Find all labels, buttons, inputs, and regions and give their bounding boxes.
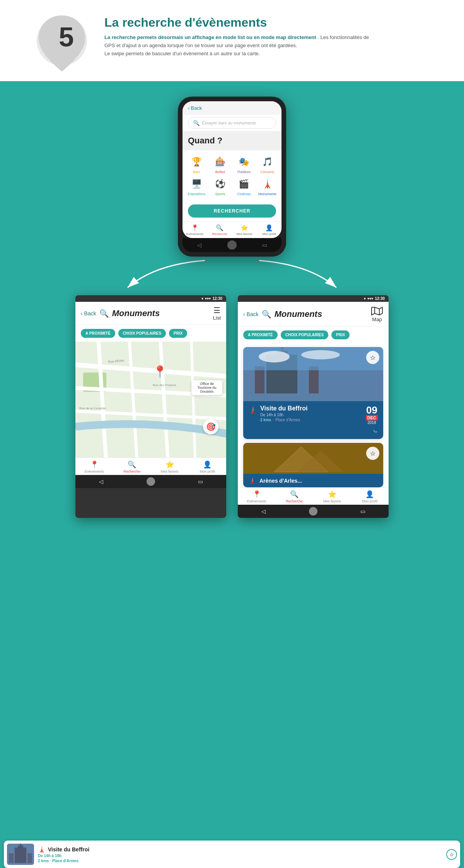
teal-section: ‹ Back 🔍 Essayer bars ou monuments Quand… — [0, 81, 464, 868]
left-title: Monuments — [112, 308, 210, 318]
right-android-recents[interactable]: ▭ — [357, 507, 369, 515]
theatres-icon: 🎭 — [237, 155, 251, 169]
category-boites[interactable]: 🎰 Boîtes — [210, 155, 230, 174]
category-expositions[interactable]: 🖥️ Expositions — [186, 177, 207, 196]
expositions-icon: 🖥️ — [190, 177, 204, 191]
expositions-label: Expositions — [188, 192, 205, 196]
cinemas-label: Cinémas — [237, 192, 251, 196]
right-android-back[interactable]: ◁ — [258, 507, 269, 515]
header-title: La recherche d'évènements — [104, 15, 375, 30]
left-nav-recherche[interactable]: 🔍 Recherche — [113, 460, 151, 473]
monument-pin-icon: 🗼 — [249, 406, 257, 414]
main-phone-inner: ‹ Back 🔍 Essayer bars ou monuments Quand… — [183, 101, 281, 238]
category-bars[interactable]: 🏆 Bars — [186, 155, 207, 174]
right-filter-row: A PROXIMITÉ CHOIX POPULAIRES PRIX — [238, 327, 389, 343]
recherche-label: Recherche — [212, 232, 227, 236]
left-profil-icon: 👤 — [203, 460, 212, 469]
category-monuments[interactable]: 🗼 Monuments — [257, 177, 278, 196]
filter-choix[interactable]: CHOIX POPULAIRES — [118, 329, 166, 338]
map-label: Map — [372, 317, 382, 322]
right-nav-recherche[interactable]: 🔍 Recherche — [276, 490, 314, 503]
beffroi-date-num: 09 — [366, 405, 378, 415]
right-android-home[interactable] — [309, 507, 317, 516]
left-map-area: Rue d'Enfer Rue de la Comédie Rue des Fo… — [75, 342, 226, 458]
header-description: La recherche permets désormais un affich… — [104, 34, 375, 58]
main-back-button[interactable]: ‹ Back — [188, 105, 202, 111]
second-event-title: Arènes d'Arles... — [259, 478, 378, 484]
right-fav-button-2[interactable]: ☆ — [366, 447, 379, 460]
svg-rect-37 — [243, 443, 383, 474]
nav-profil[interactable]: 👤 Mon profil — [257, 224, 281, 236]
bars-label: Bars — [193, 170, 200, 174]
left-android-home[interactable] — [147, 477, 155, 486]
right-back-label: Back — [247, 311, 259, 317]
left-search-icon: 🔍 — [99, 309, 109, 318]
rechercher-button[interactable]: RECHERCHER — [188, 204, 276, 218]
category-grid: 🏆 Bars 🎰 Boîtes 🎭 Théâtres 🎵 Concerts — [183, 150, 281, 201]
android-home-btn[interactable] — [227, 240, 237, 250]
left-time: 12:30 — [212, 296, 222, 301]
favoris-icon: ⭐ — [241, 224, 248, 231]
second-event-body: 🗼 Arènes d'Arles... — [243, 474, 383, 487]
nav-evenements[interactable]: 📍 Evènements — [183, 224, 207, 236]
main-phone: ‹ Back 🔍 Essayer bars ou monuments Quand… — [178, 97, 286, 257]
right-event-card-1[interactable]: ☆ 🗼 Visite du Beffroi De 14h à 18h 2 kms… — [243, 347, 383, 439]
right-back-button[interactable]: ‹ Back — [243, 311, 259, 317]
right-filter-choix[interactable]: CHOIX POPULAIRES — [281, 330, 328, 339]
boites-label: Boîtes — [215, 170, 225, 174]
left-phone-screen: ‹ Back 🔍 Monuments ☰ List A PROXIMITÉ CH… — [75, 302, 226, 475]
main-search-input[interactable]: 🔍 Essayer bars ou monuments — [188, 117, 276, 129]
beffroi-date-box: 09 DEC 2018 — [366, 405, 378, 425]
right-event-card-2[interactable]: ☆ 🗼 Arènes d'Arles... — [243, 443, 383, 487]
left-back-button[interactable]: ‹ Back — [81, 310, 96, 317]
left-filter-row: A PROXIMITÉ CHOIX POPULAIRES PRIX — [75, 325, 226, 342]
bottom-phones-row: ▾ ▾▾▾ 12:30 ‹ Back 🔍 Monuments ☰ List — [75, 295, 389, 518]
nav-recherche[interactable]: 🔍 Recherche — [207, 224, 232, 236]
map-toggle[interactable]: Map — [371, 306, 383, 322]
left-android-recents[interactable]: ▭ — [195, 478, 206, 485]
map-location-pin: 📍 — [153, 365, 167, 378]
android-recents-btn[interactable]: ▭ — [259, 241, 270, 249]
left-android-back[interactable]: ◁ — [95, 478, 107, 485]
share-icon[interactable]: ⤷ — [373, 428, 378, 435]
bars-icon: 🏆 — [190, 155, 204, 169]
beffroi-event-img-svg — [243, 347, 383, 401]
left-nav-evenements[interactable]: 📍 Evènements — [75, 460, 113, 473]
concerts-label: Concerts — [260, 170, 274, 174]
right-filter-prix[interactable]: PRIX — [331, 330, 350, 339]
right-nav-favoris[interactable]: ⭐ Mes favoris — [313, 490, 351, 503]
right-title: Monuments — [275, 309, 368, 319]
left-back-chevron: ‹ — [81, 310, 83, 317]
left-nav-favoris[interactable]: ⭐ Mes favoris — [151, 460, 189, 473]
main-bottom-nav: 📍 Evènements 🔍 Recherche ⭐ Mes favoris 👤… — [183, 221, 281, 238]
right-fav-button-1[interactable]: ☆ — [366, 351, 379, 364]
category-sports[interactable]: ⚽ Sports — [210, 177, 230, 196]
list-toggle[interactable]: ☰ List — [213, 306, 221, 321]
category-concerts[interactable]: 🎵 Concerts — [257, 155, 278, 174]
monuments-icon: 🗼 — [261, 177, 275, 191]
recherche-icon: 🔍 — [216, 224, 223, 231]
quand-title: Quand ? — [188, 136, 276, 146]
sports-label: Sports — [215, 192, 225, 196]
right-signal-icon: ▾▾▾ — [367, 296, 373, 301]
category-theatres[interactable]: 🎭 Théâtres — [234, 155, 254, 174]
nav-favoris[interactable]: ⭐ Mes favoris — [232, 224, 257, 236]
header-text: La recherche d'évènements La recherche p… — [104, 12, 375, 58]
left-nav-profil[interactable]: 👤 Mon profil — [189, 460, 227, 473]
beffroi-title: Visite du Beffroi — [260, 405, 363, 412]
right-nav-evenements[interactable]: 📍 Evènements — [238, 490, 276, 503]
gps-button[interactable]: 🎯 — [203, 419, 218, 434]
right-filter-proximite[interactable]: A PROXIMITÉ — [243, 330, 278, 339]
favoris-label: Mes favoris — [237, 232, 252, 236]
profil-icon: 👤 — [265, 224, 273, 231]
category-cinemas[interactable]: 🎬 Cinémas — [234, 177, 254, 196]
map-icon — [371, 306, 383, 317]
right-nav-profil[interactable]: 👤 Mon profil — [351, 490, 389, 503]
beffroi-right-side: 09 DEC 2018 ⤷ — [366, 405, 378, 435]
filter-prix[interactable]: PRIX — [169, 329, 187, 338]
filter-proximite[interactable]: A PROXIMITÉ — [81, 329, 115, 338]
android-back-btn[interactable]: ◁ — [194, 241, 205, 249]
step-number-container: 5 — [31, 12, 93, 73]
right-favoris-icon: ⭐ — [328, 490, 336, 499]
wifi-icon: ▾ — [201, 296, 203, 301]
